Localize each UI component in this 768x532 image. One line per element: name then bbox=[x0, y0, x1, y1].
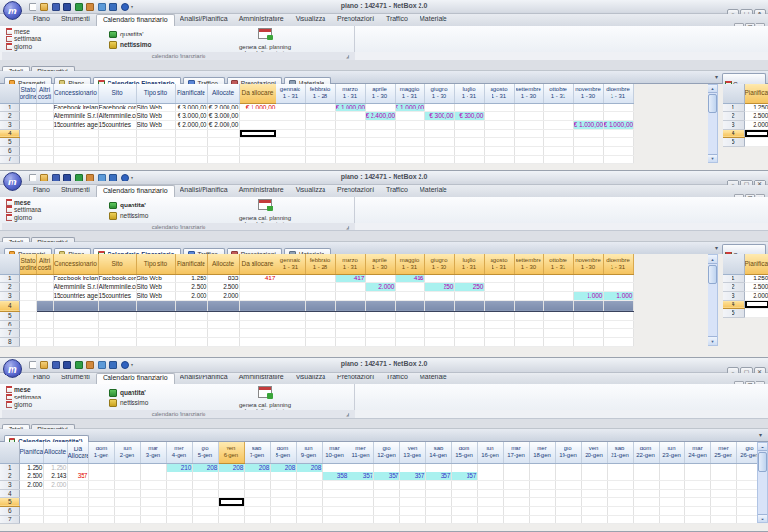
grid-cell[interactable] bbox=[322, 515, 348, 523]
measure-button-nettissimo[interactable]: nettissimo bbox=[109, 398, 148, 408]
grid-cell[interactable] bbox=[573, 320, 603, 328]
grid-cell[interactable] bbox=[365, 274, 395, 282]
grid-cell[interactable]: 15countries bbox=[98, 120, 136, 129]
grid-cell[interactable]: 358 bbox=[322, 472, 348, 480]
grid-cell[interactable] bbox=[276, 103, 305, 111]
grid-cell[interactable] bbox=[684, 506, 710, 515]
menu-tab-amministratore[interactable]: Amministratore bbox=[233, 14, 290, 26]
grid-cell[interactable]: Facebook.com bbox=[98, 103, 136, 111]
grid-cell[interactable]: 2.500 bbox=[19, 472, 43, 480]
grid-cell[interactable] bbox=[166, 489, 192, 497]
grid-cell[interactable] bbox=[710, 463, 736, 472]
grid-cell[interactable] bbox=[633, 515, 659, 523]
view-button-mese[interactable]: mese bbox=[6, 198, 41, 206]
grid-cell[interactable] bbox=[514, 274, 543, 282]
grid-cell[interactable] bbox=[19, 311, 36, 320]
grid-cell[interactable] bbox=[19, 320, 36, 328]
grid-cell[interactable]: € 300,00 bbox=[424, 111, 454, 120]
grid-cell[interactable] bbox=[192, 472, 218, 480]
grid-cell[interactable] bbox=[207, 311, 239, 320]
grid-cell[interactable]: 2.500 bbox=[744, 111, 768, 120]
grid-cell[interactable] bbox=[477, 463, 503, 472]
view-button-giorno[interactable]: giorno bbox=[6, 400, 41, 408]
grid-cell[interactable] bbox=[140, 489, 166, 497]
grid-cell[interactable] bbox=[395, 311, 424, 320]
grid-cell[interactable]: € 1.000,00 bbox=[573, 120, 603, 129]
grid-cell[interactable] bbox=[239, 282, 276, 291]
column-header-stato-ordine[interactable]: Stato ordine bbox=[19, 254, 36, 274]
grid-cell[interactable] bbox=[529, 497, 555, 506]
column-header-dom-1-gen[interactable]: dom1-gen bbox=[88, 442, 114, 463]
scroll-down-icon[interactable]: ▼ bbox=[708, 336, 717, 345]
grid-cell[interactable] bbox=[710, 489, 736, 497]
grid-cell[interactable] bbox=[67, 463, 88, 472]
grid-cell[interactable]: 2.000 bbox=[175, 291, 207, 300]
grid-cell[interactable] bbox=[305, 337, 335, 346]
grid-cell[interactable] bbox=[399, 480, 425, 489]
column-header-mer-25-gen[interactable]: mer25-gen bbox=[710, 442, 736, 463]
grid-cell[interactable] bbox=[136, 300, 175, 311]
grid-cell[interactable] bbox=[395, 300, 424, 311]
grid-cell[interactable] bbox=[543, 328, 573, 337]
column-header-mer-11-gen[interactable]: mer11-gen bbox=[348, 442, 373, 463]
grid-cell[interactable] bbox=[88, 480, 114, 489]
row-header-2[interactable]: 2 bbox=[0, 111, 19, 120]
grid-cell[interactable] bbox=[543, 291, 573, 300]
grid-cell[interactable] bbox=[276, 111, 305, 120]
grid-cell[interactable] bbox=[348, 515, 373, 523]
grid-cell[interactable] bbox=[140, 472, 166, 480]
row-header-3[interactable]: 3 bbox=[0, 480, 19, 489]
grid-cell[interactable] bbox=[425, 480, 451, 489]
grid-cell[interactable] bbox=[88, 472, 114, 480]
grid-cell[interactable] bbox=[305, 311, 335, 320]
grid-cell[interactable]: € 1.000,00 bbox=[603, 120, 633, 129]
grid-cell[interactable] bbox=[276, 320, 305, 328]
grid-cell[interactable] bbox=[19, 506, 43, 515]
grid-cell[interactable] bbox=[543, 155, 573, 163]
grid-cell[interactable] bbox=[425, 506, 451, 515]
grid-cell[interactable] bbox=[543, 274, 573, 282]
grid-cell[interactable]: 208 bbox=[192, 463, 218, 472]
grid-cell[interactable]: 357 bbox=[451, 472, 477, 480]
vertical-scrollbar[interactable]: ▲▼ bbox=[708, 84, 718, 163]
grid-corner[interactable] bbox=[0, 84, 19, 103]
column-header-dom-15-gen[interactable]: dom15-gen bbox=[451, 442, 477, 463]
grid-cell[interactable] bbox=[348, 489, 373, 497]
side-row-header-1[interactable]: 1 bbox=[723, 274, 744, 282]
menu-tab-analisi-pianifica[interactable]: Analisi/Pianifica bbox=[175, 373, 233, 384]
column-header-novembre[interactable]: novembre1 - 30 bbox=[573, 254, 603, 274]
grid-cell[interactable]: Sito Web bbox=[136, 111, 175, 120]
grid-cell[interactable] bbox=[424, 155, 454, 163]
vertical-scrollbar[interactable]: ▲▼ bbox=[708, 254, 718, 346]
grid-cell[interactable] bbox=[207, 320, 239, 328]
menu-tab-amministratore[interactable]: Amministratore bbox=[233, 373, 290, 384]
grid-cell[interactable] bbox=[305, 328, 335, 337]
grid-cell[interactable] bbox=[514, 129, 543, 137]
grid-cell[interactable] bbox=[529, 480, 555, 489]
grid-cell[interactable] bbox=[603, 300, 633, 311]
grid-cell[interactable] bbox=[305, 300, 335, 311]
grid-cell[interactable]: 2.500 bbox=[175, 282, 207, 291]
grid-cell[interactable] bbox=[484, 137, 514, 146]
grid-cell[interactable] bbox=[136, 146, 175, 155]
grid-cell[interactable] bbox=[305, 137, 335, 146]
grid-corner[interactable] bbox=[0, 254, 19, 274]
row-header-1[interactable]: 1 bbox=[0, 463, 19, 472]
grid-cell[interactable] bbox=[451, 489, 477, 497]
grid-cell[interactable] bbox=[477, 497, 503, 506]
column-header-luglio[interactable]: luglio1 - 31 bbox=[454, 254, 484, 274]
tab-overflow-dropdown-icon[interactable]: ▾ bbox=[715, 244, 718, 251]
column-header-luglio[interactable]: luglio1 - 31 bbox=[454, 84, 484, 103]
column-header-febbraio[interactable]: febbraio1 - 28 bbox=[305, 84, 335, 103]
column-header-settembre[interactable]: settembre1 - 30 bbox=[514, 84, 543, 103]
menu-tab-strumenti[interactable]: Strumenti bbox=[56, 14, 96, 26]
grid-cell[interactable] bbox=[244, 506, 270, 515]
grid-cell[interactable] bbox=[573, 274, 603, 282]
column-header-mer-4-gen[interactable]: mer4-gen bbox=[166, 442, 192, 463]
grid-cell[interactable] bbox=[244, 515, 270, 523]
grid-cell[interactable] bbox=[218, 506, 244, 515]
column-header-sito[interactable]: Sito bbox=[98, 254, 136, 274]
grid-cell[interactable]: 1.000 bbox=[573, 291, 603, 300]
grid-cell[interactable] bbox=[607, 515, 633, 523]
grid-cell[interactable]: 357 bbox=[348, 472, 373, 480]
